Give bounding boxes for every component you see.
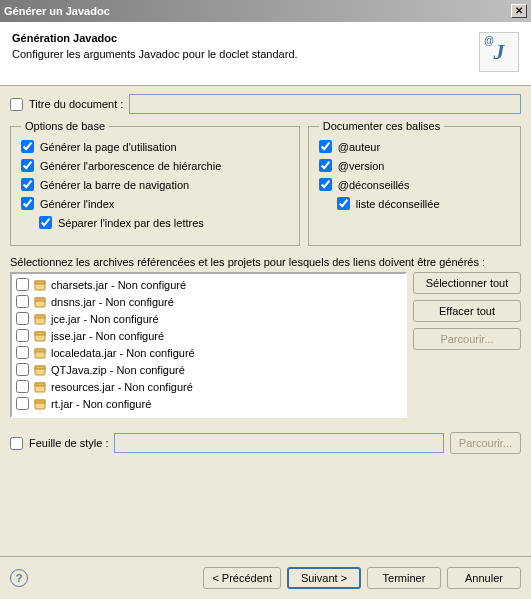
- archives-listbox[interactable]: charsets.jar - Non configurédnsns.jar - …: [10, 272, 407, 418]
- archive-checkbox[interactable]: [16, 346, 29, 359]
- archive-label: QTJava.zip - Non configuré: [51, 364, 185, 376]
- split-index-checkbox[interactable]: [39, 216, 52, 229]
- archive-label: dnsns.jar - Non configuré: [51, 296, 174, 308]
- tag-deprecated-list-checkbox[interactable]: [337, 197, 350, 210]
- svg-rect-11: [35, 366, 45, 369]
- wizard-footer: ? < Précédent Suivant > Terminer Annuler: [0, 556, 531, 599]
- archive-label: jce.jar - Non configuré: [51, 313, 159, 325]
- jar-icon: [33, 397, 47, 411]
- list-item[interactable]: localedata.jar - Non configuré: [14, 344, 403, 361]
- titlebar: Générer un Javadoc ✕: [0, 0, 531, 22]
- archive-checkbox[interactable]: [16, 295, 29, 308]
- archives-browse-button: Parcourir...: [413, 328, 521, 350]
- gen-hierarchy-checkbox[interactable]: [21, 159, 34, 172]
- page-title: Génération Javadoc: [12, 32, 298, 44]
- cancel-button[interactable]: Annuler: [447, 567, 521, 589]
- archive-checkbox[interactable]: [16, 312, 29, 325]
- gen-usage-label: Générer la page d'utilisation: [40, 141, 177, 153]
- list-item[interactable]: jsse.jar - Non configuré: [14, 327, 403, 344]
- list-item[interactable]: rt.jar - Non configuré: [14, 395, 403, 412]
- split-index-label: Séparer l'index par des lettres: [58, 217, 204, 229]
- archive-checkbox[interactable]: [16, 363, 29, 376]
- archives-label: Sélectionnez les archives référencées et…: [10, 256, 521, 268]
- basic-options-group: Options de base Générer la page d'utilis…: [10, 120, 300, 246]
- close-button[interactable]: ✕: [511, 4, 527, 18]
- doc-title-checkbox[interactable]: [10, 98, 23, 111]
- archive-checkbox[interactable]: [16, 278, 29, 291]
- doc-title-label: Titre du document :: [29, 98, 123, 110]
- doc-title-row: Titre du document :: [10, 94, 521, 114]
- svg-rect-1: [35, 281, 45, 284]
- wizard-header: Génération Javadoc Configurer les argume…: [0, 22, 531, 86]
- jar-icon: [33, 295, 47, 309]
- back-button[interactable]: < Précédent: [203, 567, 281, 589]
- tag-deprecated-checkbox[interactable]: [319, 178, 332, 191]
- gen-index-checkbox[interactable]: [21, 197, 34, 210]
- tag-author-label: @auteur: [338, 141, 380, 153]
- gen-navbar-checkbox[interactable]: [21, 178, 34, 191]
- stylesheet-checkbox[interactable]: [10, 437, 23, 450]
- tag-deprecated-label: @déconseillés: [338, 179, 410, 191]
- window-title: Générer un Javadoc: [4, 5, 110, 17]
- document-tags-group: Documenter ces balises @auteur @version …: [308, 120, 521, 246]
- doc-title-input: [129, 94, 521, 114]
- javadoc-icon: J: [479, 32, 519, 72]
- jar-icon: [33, 312, 47, 326]
- stylesheet-browse-button: Parcourir...: [450, 432, 521, 454]
- list-item[interactable]: jce.jar - Non configuré: [14, 310, 403, 327]
- list-item[interactable]: resources.jar - Non configuré: [14, 378, 403, 395]
- archive-checkbox[interactable]: [16, 397, 29, 410]
- jar-icon: [33, 363, 47, 377]
- archive-label: jsse.jar - Non configuré: [51, 330, 164, 342]
- gen-index-label: Générer l'index: [40, 198, 114, 210]
- tag-version-label: @version: [338, 160, 385, 172]
- gen-usage-checkbox[interactable]: [21, 140, 34, 153]
- svg-rect-5: [35, 315, 45, 318]
- svg-rect-7: [35, 332, 45, 335]
- archive-checkbox[interactable]: [16, 329, 29, 342]
- help-button[interactable]: ?: [10, 569, 28, 587]
- tag-version-checkbox[interactable]: [319, 159, 332, 172]
- svg-rect-3: [35, 298, 45, 301]
- tag-author-checkbox[interactable]: [319, 140, 332, 153]
- gen-navbar-label: Générer la barre de navigation: [40, 179, 189, 191]
- svg-rect-13: [35, 383, 45, 386]
- finish-button[interactable]: Terminer: [367, 567, 441, 589]
- stylesheet-input: [114, 433, 443, 453]
- select-all-button[interactable]: Sélectionner tout: [413, 272, 521, 294]
- next-button[interactable]: Suivant >: [287, 567, 361, 589]
- list-item[interactable]: charsets.jar - Non configuré: [14, 276, 403, 293]
- gen-hierarchy-label: Générer l'arborescence de hiérarchie: [40, 160, 221, 172]
- archive-label: resources.jar - Non configuré: [51, 381, 193, 393]
- basic-options-legend: Options de base: [21, 120, 109, 132]
- clear-all-button[interactable]: Effacer tout: [413, 300, 521, 322]
- svg-rect-9: [35, 349, 45, 352]
- list-item[interactable]: QTJava.zip - Non configuré: [14, 361, 403, 378]
- document-tags-legend: Documenter ces balises: [319, 120, 444, 132]
- archive-label: charsets.jar - Non configuré: [51, 279, 186, 291]
- jar-icon: [33, 346, 47, 360]
- page-subtitle: Configurer les arguments Javadoc pour le…: [12, 48, 298, 60]
- tag-deprecated-list-label: liste déconseillée: [356, 198, 440, 210]
- list-item[interactable]: dnsns.jar - Non configuré: [14, 293, 403, 310]
- stylesheet-label: Feuille de style :: [29, 437, 108, 449]
- jar-icon: [33, 329, 47, 343]
- archive-checkbox[interactable]: [16, 380, 29, 393]
- svg-rect-15: [35, 400, 45, 403]
- archive-label: rt.jar - Non configuré: [51, 398, 151, 410]
- archive-label: localedata.jar - Non configuré: [51, 347, 195, 359]
- jar-icon: [33, 278, 47, 292]
- jar-icon: [33, 380, 47, 394]
